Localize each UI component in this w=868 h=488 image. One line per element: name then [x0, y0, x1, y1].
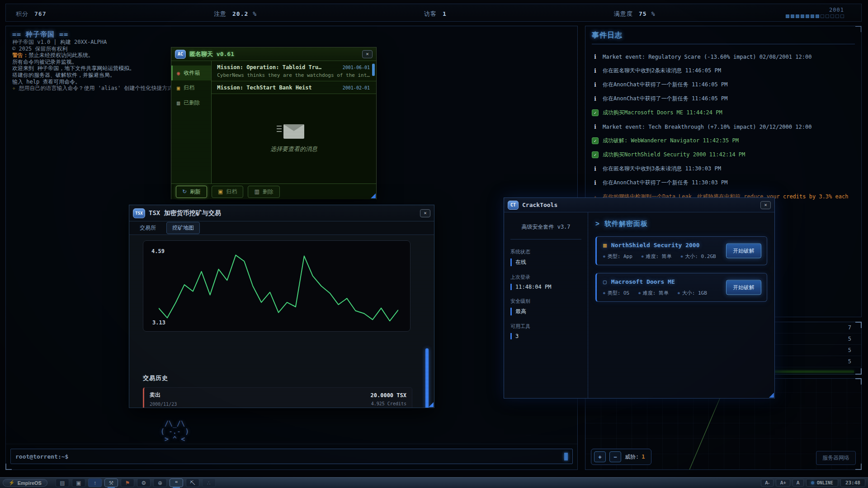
zoom-in-button[interactable]: + — [594, 451, 606, 462]
mail-folder[interactable]: ▥ 已删除 — [171, 95, 211, 110]
log-entry: ✓ 成功破解: WebWanderer Navigator 11:42:35 P… — [592, 134, 855, 148]
tsx-tab[interactable]: 挖矿地图 — [166, 222, 200, 234]
toolbar-button-label: 归档 — [226, 188, 237, 196]
paw-icon[interactable]: ∴ — [202, 479, 216, 487]
top-status-bar: 积分767 注意20.2% 访客1 满意度75% 2001 — [5, 4, 862, 22]
decrypt-panel: > 软件解密面板 ▦ NorthShield Security 2000 类型:… — [588, 212, 774, 398]
log-entry-icon: i — [592, 166, 599, 172]
folder-icon: ▣ — [177, 85, 180, 91]
log-entry-text: 你在匿名聊天中收到3条未读消息 11:30:03 PM — [603, 165, 721, 173]
stat-label: 上次登录 — [510, 274, 581, 281]
zoom-out-button[interactable]: − — [609, 451, 621, 462]
bolt-icon: ⚡ — [9, 480, 15, 486]
stat-value: 在线 — [510, 258, 581, 266]
chat-icon[interactable]: ❝ — [170, 479, 183, 487]
log-entry: i 你在匿名聊天中收到3条未读消息 11:30:03 PM — [592, 162, 855, 176]
stat-value: 11:48:04 PM — [510, 284, 581, 290]
resize-handle[interactable] — [769, 393, 774, 398]
tsx-tab[interactable]: 交易所 — [134, 222, 162, 234]
upload-icon[interactable]: ↑ — [88, 479, 102, 487]
start-crack-button[interactable]: 开始破解 — [726, 280, 761, 295]
year-progress — [786, 14, 844, 18]
command-input[interactable]: root@torrent:~$ — [10, 449, 573, 464]
software-meta: 类型: OS 难度: 简单 大小: 1GB — [603, 290, 725, 296]
stat-label: 安全级别 — [510, 298, 581, 305]
toolbar-button-label: 删除 — [263, 188, 274, 196]
year-block — [806, 14, 809, 18]
font-size-button[interactable]: A — [793, 479, 804, 487]
stat-label: 系统状态 — [510, 249, 581, 255]
mail-toolbar-button[interactable]: ↻ 刷新 — [176, 186, 207, 198]
terminal-line: 输入 help 查看可用命令。 — [12, 79, 173, 85]
toolbar-button-icon: ▣ — [218, 188, 223, 195]
cart-icon[interactable]: ▤ — [56, 479, 69, 487]
terminal-line: 所有命令均被记录并监视。 — [12, 59, 173, 66]
cracktools-window-title: CrackTools — [522, 202, 557, 208]
resize-handle[interactable] — [429, 402, 434, 407]
toolbar-button-icon: ▥ — [254, 188, 259, 195]
chat-window-title: 匿名聊天 v0.61 — [189, 50, 234, 58]
start-button[interactable]: ⚡ EmpireOS — [3, 479, 47, 487]
mail-subject: Mission: Operation: Tabloid Tru… — [217, 64, 321, 70]
tsx-titlebar[interactable]: TSX TSX 加密货币挖矿与交易 × — [129, 205, 434, 221]
server-network-button[interactable]: 服务器网络 — [816, 451, 856, 465]
hammer-icon[interactable]: ⚒ — [104, 479, 118, 487]
toolbar-button-label: 刷新 — [190, 188, 201, 196]
event-log-entries: i Market event: Regulatory Scare (-13.60… — [592, 50, 855, 204]
font-size-button[interactable]: A+ — [776, 479, 790, 487]
log-entry-text: 成功购买NorthShield Security 2000 11:42:14 P… — [603, 151, 745, 159]
software-name: Macrosoft Doors ME — [611, 278, 675, 285]
stat-value: 最高 — [510, 308, 581, 315]
folder-label: 收件箱 — [184, 69, 200, 77]
log-entry-icon: ✓ — [592, 151, 599, 158]
package-icon[interactable]: ▣ — [72, 479, 85, 487]
mail-folder[interactable]: ▣ 归档 — [171, 80, 211, 95]
cracktools-titlebar[interactable]: CT CrackTools × — [504, 198, 774, 212]
software-icon: ▦ — [603, 242, 607, 249]
mail-toolbar-button[interactable]: ▣ 归档 — [212, 186, 243, 198]
mail-toolbar-button[interactable]: ▥ 删除 — [248, 186, 279, 198]
log-entry: ✓ 成功购买NorthShield Security 2000 11:42:14… — [592, 148, 855, 162]
font-size-button[interactable]: A- — [761, 479, 774, 487]
terminal-line: 欢迎来到 种子帝国，地下文件共享网站运营模拟。 — [12, 65, 173, 72]
year-block — [821, 14, 824, 18]
system-stats: 系统状态 在线 上次登录 11:48:04 PM 安全级别 最高 可用 — [510, 249, 581, 339]
mail-folder[interactable]: ◉ 收件箱 — [171, 66, 211, 80]
mail-scrollbar[interactable] — [372, 64, 375, 76]
pickaxe-icon[interactable]: ⛏ — [186, 479, 199, 487]
trade-credits: 4.925 Credits — [371, 401, 406, 406]
folder-icon: ◉ — [177, 70, 180, 76]
folder-label: 归档 — [184, 84, 194, 92]
log-entry-icon: ✓ — [592, 109, 599, 116]
megaphone-icon[interactable]: ⚑ — [121, 479, 134, 487]
start-crack-button[interactable]: 开始破解 — [726, 244, 761, 258]
software-name-row: ▦ NorthShield Security 2000 — [603, 242, 725, 249]
system-stat: 上次登录 11:48:04 PM — [510, 274, 581, 290]
terminal-line: 搭建你的服务器、破解软件，并躲避当局。 — [12, 72, 173, 79]
cracktools-close-button[interactable]: × — [760, 201, 771, 209]
log-entry-text: 你在匿名聊天中收到2条未读消息 11:46:05 PM — [603, 67, 721, 75]
resize-handle[interactable] — [371, 193, 376, 198]
year-block — [840, 14, 844, 18]
log-entry: i 你在匿名聊天中收到2条未读消息 11:46:05 PM — [592, 64, 855, 78]
tsx-crypto-window: TSX TSX 加密货币挖矿与交易 × 交易所 挖矿地图 4.59 3.13 交… — [129, 205, 434, 408]
mail-item[interactable]: Mission: Operation: Tabloid Tru… 2001-06… — [212, 61, 376, 81]
tsx-app-icon: TSX — [133, 208, 145, 218]
software-name: NorthShield Security 2000 — [611, 242, 700, 249]
year-block — [801, 14, 804, 18]
globe-icon[interactable]: ⊕ — [153, 479, 167, 487]
gear-icon[interactable]: ⚙ — [137, 479, 151, 487]
tsx-close-button[interactable]: × — [420, 209, 430, 217]
log-entry-icon: i — [592, 124, 599, 130]
log-entry: i Market event: Regulatory Scare (-13.60… — [592, 50, 855, 64]
log-entry-icon: i — [592, 180, 599, 186]
stat-label: 可用工具 — [510, 323, 581, 330]
software-card: ▢ Macrosoft Doors ME 类型: OS 难度: 简单 大小: 1… — [595, 273, 767, 302]
tsx-scrollbar[interactable] — [425, 348, 429, 408]
mail-item[interactable]: Mission: TechStart Bank Heist 2001-02-01 — [212, 81, 376, 94]
log-entry: i 你在AnonChat中获得了一个新任务 11:46:05 PM — [592, 78, 855, 92]
log-entry-text: 成功破解: WebWanderer Navigator 11:42:35 PM — [603, 137, 739, 145]
chat-close-button[interactable]: × — [362, 50, 373, 58]
chat-titlebar[interactable]: AC 匿名聊天 v0.61 × — [171, 47, 376, 61]
taskbar-tray: A-A+A ONLINE 23:48 — [761, 479, 865, 487]
